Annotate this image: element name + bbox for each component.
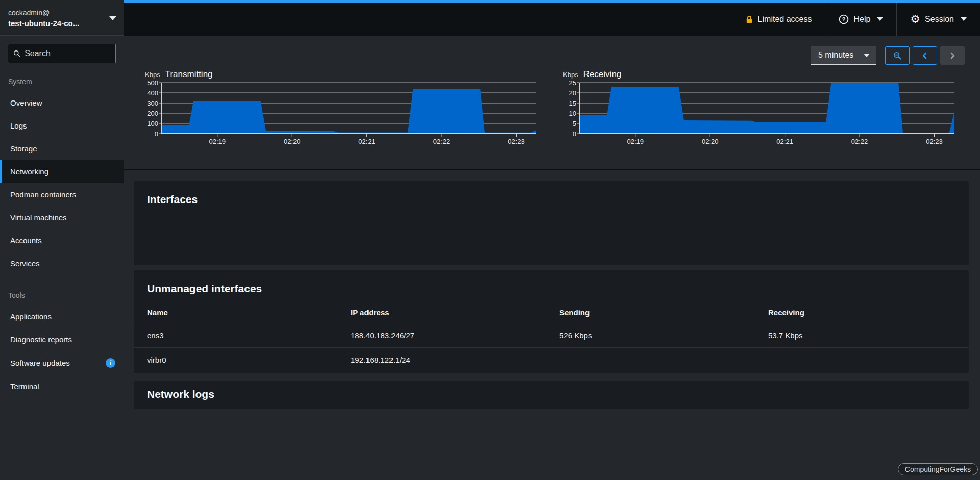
time-range-value: 5 minutes: [818, 50, 853, 60]
chart-unit-label: Kbps: [563, 71, 578, 79]
sidebar-item-virtual-machines[interactable]: Virtual machines: [0, 206, 124, 229]
table-cell: [551, 348, 760, 372]
network-logs-title: Network logs: [134, 381, 969, 400]
charts-row: KbpsTransmitting010020030040050002:1902:…: [144, 69, 965, 147]
y-tick-label: 200: [147, 110, 158, 117]
x-tick-label: 02:20: [702, 138, 719, 145]
table-cell: 192.168.122.1/24: [342, 348, 551, 372]
chart-name-label: Receiving: [583, 69, 622, 80]
chevron-right-icon: [948, 52, 957, 60]
table-row: virbr0192.168.122.1/24: [134, 348, 969, 372]
receiving-chart: KbpsReceiving051015202502:1902:2002:2102…: [562, 69, 954, 147]
sidebar-item-networking[interactable]: Networking: [0, 160, 124, 183]
session-menu[interactable]: ⚙ Session: [896, 3, 980, 36]
nav-section-title: Tools: [0, 282, 124, 305]
lock-icon: [745, 15, 753, 23]
sidebar-item-logs[interactable]: Logs: [0, 114, 124, 137]
table-cell: 53.7 Kbps: [760, 323, 969, 348]
search-wrap: [8, 44, 116, 63]
search-input[interactable]: [24, 49, 110, 58]
sidebar-item-label: Storage: [10, 144, 37, 153]
sidebar-item-storage[interactable]: Storage: [0, 137, 124, 160]
main: Limited access ? Help ⚙ Session 5 mi: [124, 0, 980, 480]
caret-down-icon: [109, 16, 116, 20]
watermark-badge: ComputingForGeeks: [898, 463, 978, 475]
hostname: test-ubuntu-24-co...: [8, 19, 105, 28]
chart-plot-area: [579, 83, 954, 134]
x-tick-label: 02:22: [433, 138, 450, 145]
logged-in-user: cockadmin@ test-ubuntu-24-co...: [8, 9, 105, 28]
masthead-items: Limited access ? Help ⚙ Session: [124, 3, 980, 36]
chart-svg: [161, 83, 536, 134]
sidebar-item-label: Services: [10, 259, 40, 268]
sidebar: cockadmin@ test-ubuntu-24-co... SystemOv…: [0, 0, 124, 480]
sidebar-item-diagnostic-reports[interactable]: Diagnostic reports: [0, 328, 124, 351]
info-badge-icon: i: [106, 358, 115, 368]
chart-title: KbpsReceiving: [562, 69, 954, 80]
sidebar-item-accounts[interactable]: Accounts: [0, 229, 124, 252]
nav-section-tools: ToolsApplicationsDiagnostic reportsSoftw…: [0, 282, 124, 398]
help-label: Help: [853, 15, 870, 24]
interfaces-card: Interfaces: [134, 181, 969, 265]
column-header-receiving: Receiving: [760, 303, 969, 323]
chevron-left-icon: [921, 52, 929, 60]
x-axis-labels: 02:1902:2002:2102:2202:23: [579, 134, 954, 147]
y-tick-label: 300: [147, 99, 158, 107]
sidebar-item-label: Logs: [10, 121, 27, 130]
y-tick-label: 0: [573, 130, 576, 138]
y-tick-label: 20: [569, 89, 576, 97]
x-tick-label: 02:22: [851, 138, 868, 145]
scroll-left-button[interactable]: [913, 46, 937, 65]
masthead: Limited access ? Help ⚙ Session: [124, 0, 980, 36]
nav-section-system: SystemOverviewLogsStorageNetworkingPodma…: [0, 68, 124, 275]
sidebar-item-applications[interactable]: Applications: [0, 305, 124, 328]
time-range-select[interactable]: 5 minutes: [811, 46, 876, 65]
help-menu[interactable]: ? Help: [825, 3, 896, 36]
zoom-out-button[interactable]: [885, 46, 910, 65]
sidebar-item-overview[interactable]: Overview: [0, 91, 124, 114]
chart-title: KbpsTransmitting: [144, 69, 536, 80]
sidebar-item-terminal[interactable]: Terminal: [0, 375, 124, 398]
chart-unit-label: Kbps: [145, 71, 160, 79]
sidebar-item-software-updates[interactable]: Software updatesi: [0, 351, 124, 375]
interfaces-title: Interfaces: [134, 181, 969, 206]
chart-svg: [579, 83, 954, 134]
y-axis-labels: 0100200300400500: [144, 83, 161, 134]
table-cell: ens3: [134, 323, 342, 348]
sidebar-item-label: Applications: [10, 312, 52, 321]
limited-access-label: Limited access: [758, 15, 812, 24]
graph-toolbar: 5 minutes: [144, 46, 965, 65]
x-tick-label: 02:20: [284, 138, 301, 145]
user-menu[interactable]: cockadmin@ test-ubuntu-24-co...: [0, 0, 124, 36]
content: 5 minutes: [124, 36, 980, 480]
scroll-right-button[interactable]: [940, 46, 965, 65]
y-tick-label: 400: [147, 89, 158, 97]
sidebar-item-label: Software updates: [10, 359, 70, 367]
sidebar-item-label: Virtual machines: [10, 213, 67, 222]
search-box[interactable]: [8, 44, 116, 63]
transmitting-chart: KbpsTransmitting010020030040050002:1902:…: [144, 69, 536, 147]
caret-down-icon: [961, 17, 967, 21]
chart-area-series: [161, 89, 536, 134]
help-icon: ?: [839, 14, 849, 24]
table-row: ens3188.40.183.246/27526 Kbps53.7 Kbps: [134, 323, 969, 348]
table-header-row: Name IP address Sending Receiving: [134, 303, 969, 323]
limited-access-button[interactable]: Limited access: [732, 3, 825, 36]
cockpit-networking-page: { "sidebar": { "user_line1": "cockadmin@…: [0, 0, 980, 480]
gear-icon: ⚙: [910, 14, 920, 25]
sidebar-item-services[interactable]: Services: [0, 252, 124, 275]
table-cell: virbr0: [134, 348, 342, 372]
zoom-out-icon: [893, 52, 901, 60]
column-header-sending: Sending: [551, 303, 760, 323]
search-icon: [13, 49, 20, 58]
sidebar-item-label: Diagnostic reports: [10, 335, 72, 344]
chart-body: 0100200300400500: [144, 83, 536, 134]
unmanaged-interfaces-table: Name IP address Sending Receiving ens318…: [134, 303, 969, 372]
sidebar-item-podman-containers[interactable]: Podman containers: [0, 183, 124, 206]
chart-area-series: [579, 83, 954, 134]
sidebar-item-label: Networking: [10, 167, 48, 176]
y-axis-labels: 0510152025: [562, 83, 579, 134]
chart-body: 0510152025: [562, 83, 954, 134]
unmanaged-interfaces-title: Unmanaged interfaces: [134, 270, 969, 295]
sidebar-item-label: Overview: [10, 98, 42, 107]
